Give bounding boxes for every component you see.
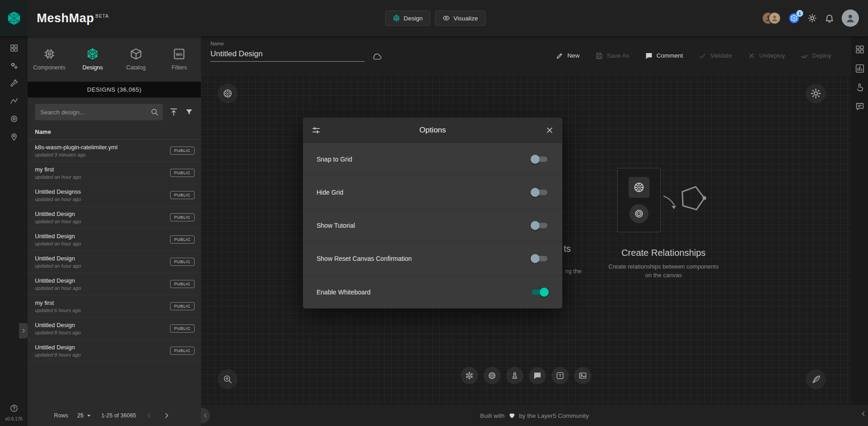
import-design-button[interactable]: [169, 107, 179, 117]
drawer-tabs: Components Designs Catalog WA Filters: [28, 36, 201, 82]
whiteboard-pen-button[interactable]: [806, 369, 826, 389]
visibility-badge: PUBLIC: [170, 280, 195, 288]
nav-dashboard-button[interactable]: [10, 44, 19, 53]
layer5-logo[interactable]: [0, 0, 28, 36]
design-list-item[interactable]: k8s-wasm-plugin-ratelimiter.ymlupdated 3…: [28, 140, 201, 162]
design-list-item[interactable]: my firstupdated an hour ago PUBLIC: [28, 162, 201, 184]
filter-designs-button[interactable]: [185, 108, 194, 117]
dock-mesh-components-button[interactable]: [461, 367, 478, 384]
notification-center-button[interactable]: 1: [788, 12, 800, 24]
pentagon-icon: [674, 180, 710, 215]
hide-grid-toggle[interactable]: [531, 188, 549, 197]
design-name: Untitled Design: [35, 233, 170, 240]
options-dialog-title: Options: [303, 126, 562, 135]
deploy-button[interactable]: Deploy: [800, 52, 831, 60]
header-actions: 1: [762, 10, 868, 27]
canvas-header: Name New Save As Comment: [201, 36, 851, 75]
design-name: k8s-wasm-plugin-ratelimiter.yml: [35, 144, 170, 151]
comment-button[interactable]: Comment: [645, 52, 683, 60]
snap-to-grid-toggle[interactable]: [531, 155, 549, 164]
save-icon: [595, 52, 603, 60]
charts-panel-button[interactable]: [855, 64, 865, 73]
validate-button[interactable]: Validate: [698, 52, 732, 60]
show-tutorial-toggle[interactable]: [531, 221, 549, 230]
canvas-options-button[interactable]: [806, 83, 826, 103]
toolkit-icon: [10, 79, 19, 88]
option-label: Snap to Grid: [317, 156, 352, 163]
design-updated: updated 8 hours ago: [35, 352, 170, 357]
collapse-right-panel-button[interactable]: [860, 410, 867, 417]
collapse-drawer-button[interactable]: [201, 408, 210, 423]
design-list-item[interactable]: Untitled Designupdated an hour ago PUBLI…: [28, 206, 201, 229]
design-updated: updated an hour ago: [35, 263, 170, 269]
nav-configuration-button[interactable]: [10, 79, 19, 88]
kubernetes-component: [629, 177, 649, 198]
kubernetes-context-button[interactable]: [218, 83, 238, 103]
help-button[interactable]: [10, 404, 19, 413]
design-list-item[interactable]: Untitled Designupdated 8 hours ago PUBLI…: [28, 340, 201, 362]
dock-text-button[interactable]: T: [551, 367, 569, 384]
previous-page-button[interactable]: [145, 411, 153, 420]
expand-rail-button[interactable]: [19, 323, 28, 338]
nav-environments-button[interactable]: [10, 132, 19, 141]
design-list-item[interactable]: Untitled Designupdated an hour ago PUBLI…: [28, 229, 201, 251]
design-name: Untitled Design: [35, 344, 170, 351]
design-updated: updated an hour ago: [35, 196, 170, 202]
filter-funnel-icon: [185, 108, 194, 117]
dock-media-button[interactable]: [574, 367, 591, 384]
notifications-button[interactable]: [824, 13, 834, 23]
show-reset-canvas-confirmation-toggle[interactable]: [531, 254, 549, 263]
tab-catalog[interactable]: Catalog: [114, 36, 158, 82]
design-name: Untitled Design: [35, 255, 170, 262]
enable-whiteboard-toggle[interactable]: [531, 288, 549, 297]
design-name-input[interactable]: [210, 48, 365, 62]
dock-kubernetes-button[interactable]: [483, 367, 501, 384]
tab-designs[interactable]: Designs: [71, 36, 115, 82]
dock-shapes-button[interactable]: [506, 367, 523, 384]
tune-icon: [311, 125, 321, 135]
design-list-item[interactable]: Untitled Designupdated 8 hours ago PUBLI…: [28, 318, 201, 340]
visibility-badge: PUBLIC: [170, 235, 195, 244]
new-design-button[interactable]: New: [556, 52, 580, 60]
chevron-right-icon: [20, 328, 27, 334]
designs-pagination: Rows 25 1-25 of 36065: [28, 405, 201, 426]
bell-icon: [824, 13, 834, 23]
designs-drawer: Components Designs Catalog WA Filters: [28, 36, 201, 426]
extensions-icon: [10, 114, 19, 123]
gestures-button[interactable]: [855, 83, 865, 93]
settings-button[interactable]: [807, 13, 817, 23]
check-icon: [698, 52, 707, 60]
gear-icon: [807, 13, 817, 23]
close-options-button[interactable]: [545, 126, 554, 135]
grid-view-icon: [855, 44, 865, 54]
nav-lifecycle-button[interactable]: [10, 61, 19, 70]
design-list-item[interactable]: my firstupdated 6 hours ago PUBLIC: [28, 295, 201, 318]
dock-comment-button[interactable]: [529, 367, 546, 384]
designs-list: k8s-wasm-plugin-ratelimiter.ymlupdated 3…: [28, 140, 201, 362]
options-dialog: Options Snap to Grid Hide Grid Show Tuto…: [303, 118, 562, 308]
save-as-button[interactable]: Save As: [595, 52, 629, 60]
tab-filters[interactable]: WA Filters: [158, 36, 201, 82]
design-list-item[interactable]: Untitled Designupdated an hour ago PUBLI…: [28, 251, 201, 273]
undeploy-button[interactable]: Undeploy: [747, 52, 785, 60]
rows-per-page-select[interactable]: 25: [77, 412, 92, 419]
visibility-badge: PUBLIC: [170, 347, 195, 355]
zoom-button[interactable]: [218, 369, 238, 389]
chevron-right-icon: [162, 411, 171, 420]
user-profile-avatar[interactable]: [842, 10, 859, 27]
person-icon: [770, 14, 779, 22]
design-mode-button[interactable]: Design: [385, 10, 430, 26]
visualize-mode-button[interactable]: Visualize: [435, 10, 486, 26]
right-tool-rail: [851, 36, 868, 405]
design-list-item[interactable]: Untitled Designssupdated an hour ago PUB…: [28, 184, 201, 206]
views-button[interactable]: [855, 44, 865, 54]
design-list-item[interactable]: Untitled Designupdated an hour ago PUBLI…: [28, 273, 201, 295]
visibility-badge: PUBLIC: [170, 169, 195, 177]
chat-panel-button[interactable]: [855, 102, 865, 112]
nav-performance-button[interactable]: [10, 97, 19, 106]
nav-extensions-button[interactable]: [10, 114, 19, 123]
search-input[interactable]: [35, 104, 163, 120]
collaborator-avatar-2[interactable]: [768, 12, 781, 24]
next-page-button[interactable]: [162, 411, 171, 420]
tab-components[interactable]: Components: [28, 36, 71, 82]
